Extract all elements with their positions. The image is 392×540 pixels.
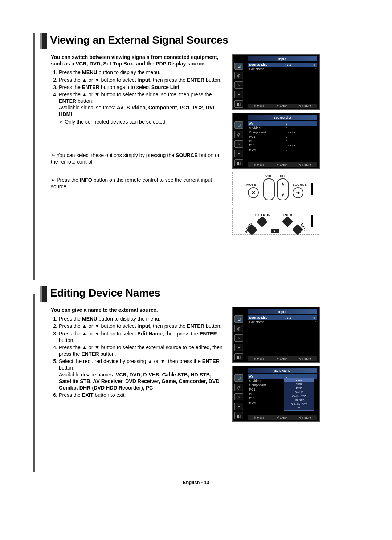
osd-input-menu-2: Input ⊡ ◎ ♪ ✶ ◧ Source List : AV ▷ Edit … — [232, 307, 320, 363]
osd-sidebar-icons: ⊡ ◎ ♪ ✶ ◧ — [234, 374, 246, 419]
ch-button[interactable]: ∧∨ — [277, 178, 289, 200]
section1-steps: Press the MENU button to display the men… — [51, 69, 229, 117]
section2-title: Editing Device Names — [50, 287, 160, 299]
left-accent-bar-2 — [33, 294, 35, 472]
list-item[interactable]: HDMI:- - - - — [248, 148, 317, 152]
right-arrow-icon: ▷ — [314, 316, 316, 319]
left-accent-bar-1 — [33, 33, 35, 280]
osd-title: Edit Name — [248, 368, 317, 373]
device-name-popup: - - - - VCR DVD D-VHS Cable STB HD STB S… — [284, 378, 314, 411]
osd-source-list: Source List ⊡ ◎ ♪ ✶ ◧ AV:- - - - S-Video… — [232, 113, 320, 169]
step-5: Select the required device by pressing ▲… — [59, 358, 229, 391]
pip-icon: ◧ — [234, 353, 243, 360]
right-arrow-icon: ▷ — [314, 320, 316, 323]
ch-label: CH — [280, 174, 285, 178]
picture-icon: ◎ — [234, 384, 243, 391]
step-1: Press the MENU button to display the men… — [59, 69, 229, 76]
popup-item[interactable]: - - - - — [284, 378, 314, 382]
step-3: Press the ▲ or ▼ button to select Edit N… — [59, 330, 229, 343]
info-button[interactable] — [282, 216, 293, 227]
osd-input-menu: Input ⊡ ◎ ♪ ✶ ◧ Source List : AV ▷ Edit … — [232, 54, 320, 110]
setup-icon: ✶ — [234, 344, 243, 351]
osd-row-source-list[interactable]: Source List : AV ▷ — [248, 63, 317, 67]
sound-icon: ♪ — [234, 334, 243, 342]
highlight-marker — [311, 215, 313, 227]
heading-accent — [40, 33, 47, 49]
pip-icon: ◧ — [234, 100, 243, 108]
osd-footer: Move Enter Return — [248, 415, 317, 420]
popup-item[interactable]: HD STB — [284, 398, 314, 402]
osd-edit-name: Edit Name ⊡ ◎ ♪ ✶ ◧ AV: S-Video: Compone… — [232, 366, 320, 422]
input-icon: ⊡ — [234, 315, 243, 323]
section1-note1: Only the connected devices can be select… — [59, 118, 229, 125]
mute-label: MUTE — [246, 183, 256, 186]
right-arrow-icon: ▷ — [314, 63, 316, 67]
osd-sidebar-icons: ⊡ ◎ ♪ ✶ ◧ — [234, 63, 246, 108]
osd-footer: Move Enter Return — [248, 162, 317, 167]
osd-row-edit-name[interactable]: Edit Name ▷ — [248, 320, 317, 324]
osd-row-edit-name[interactable]: Edit Name ▷ — [248, 67, 317, 71]
sound-icon: ♪ — [234, 140, 243, 148]
sound-icon: ♪ — [234, 393, 243, 400]
list-item[interactable]: Component:- - - - — [248, 130, 317, 134]
right-arrow-icon: ▷ — [314, 67, 316, 70]
step-6: Press the EXIT button to exit. — [59, 392, 229, 398]
input-icon: ⊡ — [234, 121, 243, 129]
setup-icon: ✶ — [234, 91, 243, 98]
highlight-marker — [311, 183, 313, 195]
chevyron-down-icon[interactable]: ▼ — [284, 406, 314, 410]
list-item[interactable]: PC2:- - - - — [248, 139, 317, 143]
setup-icon: ✶ — [234, 150, 243, 157]
source-label: SOURCE — [293, 183, 307, 186]
picture-icon: ◎ — [234, 72, 243, 79]
mute-button[interactable]: ✕ — [248, 187, 259, 198]
osd-footer: Move Enter Return — [248, 104, 317, 108]
picture-icon: ◎ — [234, 325, 243, 332]
section1-title: Viewing an External Signal Sources — [50, 34, 228, 46]
section1-note2: You can select these options simply by p… — [51, 152, 229, 165]
list-item[interactable]: S-Video:- - - - — [248, 126, 317, 130]
list-item[interactable]: DVI:- - - - — [248, 143, 317, 148]
pip-icon: ◧ — [234, 412, 243, 419]
step-4: Press the ▲ or ▼ button to select the si… — [59, 91, 229, 118]
step-2: Press the ▲ or ▼ button to select Input,… — [59, 77, 229, 83]
osd-title: Input — [248, 56, 317, 61]
input-icon: ⊡ — [234, 63, 243, 70]
section2-steps: Press the MENU button to display the men… — [51, 315, 229, 398]
osd-title: Source List — [248, 115, 317, 120]
popup-item[interactable]: D-VHS — [284, 390, 314, 394]
vol-label: VOL — [265, 174, 272, 178]
sound-icon: ♪ — [234, 81, 243, 89]
osd-footer: Move Enter Return — [248, 356, 317, 361]
popup-item[interactable]: DVD — [284, 386, 314, 390]
step-4: Press the ▲ or ▼ button to select the ex… — [59, 344, 229, 357]
popup-item[interactable]: VCR — [284, 382, 314, 386]
picture-icon: ◎ — [234, 131, 243, 138]
section1-intro: You can switch between viewing signals f… — [51, 54, 229, 67]
osd-title: Input — [248, 309, 317, 314]
input-icon: ⊡ — [234, 374, 243, 382]
section1-note3: Press the INFO button on the remote cont… — [51, 177, 229, 190]
popup-item[interactable]: Cable STB — [284, 394, 314, 398]
return-label: RETURN — [255, 213, 271, 217]
remote-diagram-2: RETURN INFO MENU EXIT ▲ — [232, 208, 319, 235]
osd-sidebar-icons: ⊡ ◎ ♪ ✶ ◧ — [234, 315, 246, 360]
source-button[interactable]: ➜ — [293, 187, 303, 198]
vol-button[interactable]: +− — [263, 178, 275, 200]
step-1: Press the MENU button to display the men… — [59, 315, 229, 322]
osd-sidebar-icons: ⊡ ◎ ♪ ✶ ◧ — [234, 121, 246, 166]
list-item[interactable]: PC1:- - - - — [248, 134, 317, 139]
setup-icon: ✶ — [234, 403, 243, 410]
return-button[interactable] — [256, 216, 268, 227]
heading-accent — [40, 286, 47, 302]
section2-intro: You can give a name to the external sour… — [51, 307, 229, 313]
step-3: Press the ENTER button again to select S… — [59, 84, 229, 90]
osd-row-source-list[interactable]: Source List : AV ▷ — [248, 315, 317, 320]
page-footer: English - 13 — [0, 480, 392, 485]
list-item[interactable]: AV:- - - - — [248, 121, 317, 126]
remote-diagram-1: VOL CH MUTE SOURCE ✕ +− ∧∨ ➜ — [232, 172, 319, 205]
step-2: Press the ▲ or ▼ button to select Input,… — [59, 323, 229, 329]
popup-item[interactable]: Satellite STB — [284, 402, 314, 406]
pip-icon: ◧ — [234, 159, 243, 166]
